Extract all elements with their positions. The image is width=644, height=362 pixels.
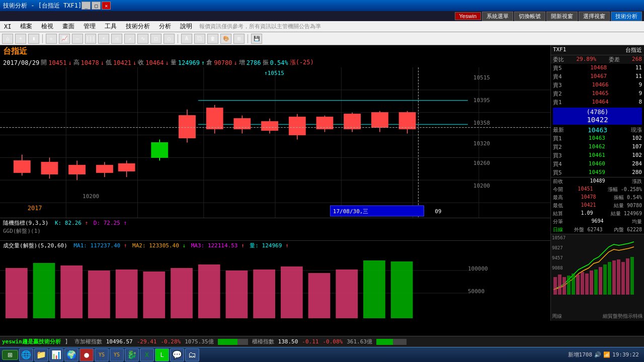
toolbar-indicator[interactable]: 📈: [59, 34, 70, 44]
toolbar-add[interactable]: +: [15, 34, 26, 44]
info-high: 10478: [81, 59, 99, 66]
taskbar-folder-icon[interactable]: 📁: [34, 348, 48, 361]
svg-rect-86: [590, 270, 593, 295]
vol-title: 成交量(解盤)(5,20,60): [3, 242, 67, 249]
menu-xi[interactable]: XI: [2, 22, 13, 31]
statusbar-item2-pct: -0.08%: [323, 338, 343, 345]
toolbar-cross[interactable]: ✛: [46, 34, 57, 44]
svg-rect-92: [617, 259, 620, 295]
statusbar: yeswin趨是贏技術分析 】 市加權指數 10496.57 -29.41 -0…: [0, 336, 644, 347]
stat-low: 最低 10421 結量 90780: [551, 202, 644, 210]
taskbar-ie-icon[interactable]: 🌐: [19, 348, 33, 361]
maximize-button[interactable]: □: [92, 2, 101, 10]
taskbar-ys1-icon[interactable]: YS: [95, 348, 109, 361]
taskbar-red-icon[interactable]: ●: [79, 348, 94, 361]
toolbar-home[interactable]: ⌂: [2, 34, 13, 44]
toolbar-line1[interactable]: —: [72, 34, 83, 44]
taskbar-dragon-icon[interactable]: 🐉: [125, 348, 139, 361]
svg-text:10358: 10358: [473, 120, 490, 126]
menu-manage[interactable]: 管理: [82, 21, 98, 32]
toolbar-grid[interactable]: ⊞: [233, 34, 245, 44]
menu-screen[interactable]: 畫面: [60, 21, 76, 32]
toolbar-save[interactable]: 💾: [251, 34, 262, 44]
nav-yeswin[interactable]: Yeswin: [455, 12, 481, 20]
svg-rect-91: [612, 260, 616, 295]
toolbar-zigzag[interactable]: ⚡: [98, 34, 109, 44]
svg-rect-40: [344, 114, 361, 129]
taskbar-excel-icon[interactable]: X: [140, 348, 154, 361]
toolbar-wave[interactable]: ∿: [137, 34, 148, 44]
volume-label-row: 成交量(解盤)(5,20,60) MA1: 117237.40 ↑ MA2: 1…: [0, 241, 550, 250]
menu-tools[interactable]: 工具: [103, 21, 119, 32]
ob-header: TXF1 台指近: [551, 45, 644, 55]
taskbar-ys2-icon[interactable]: YS: [110, 348, 124, 361]
svg-rect-30: [206, 108, 223, 129]
svg-rect-94: [626, 258, 629, 295]
toolbar-bar[interactable]: |||: [85, 34, 96, 44]
mini-chart: 10567 9827 9457 9088 周線 細貿盤勢指示特殊: [551, 234, 644, 321]
svg-rect-26: [151, 143, 168, 158]
svg-rect-78: [553, 277, 557, 295]
close-button[interactable]: ✕: [102, 2, 111, 10]
volume-area: 成交量(解盤)(5,20,60) MA1: 117237.40 ↑ MA2: 1…: [0, 240, 550, 321]
taskbar-chart-icon[interactable]: 📊: [49, 348, 63, 361]
toolbar-sep-2: [178, 34, 178, 43]
statusbar-item2-val: 138.50: [278, 338, 298, 345]
menu-view[interactable]: 檢視: [39, 21, 55, 32]
bid-row-4: 買4 10460 284: [551, 160, 644, 168]
main-chart-area[interactable]: 10515 10395 10358 10320 10260 10200 ↑105…: [0, 67, 550, 218]
nav-new-window[interactable]: 開新視窗: [546, 12, 578, 21]
svg-rect-28: [179, 116, 196, 138]
statusbar-progress-1: [218, 339, 248, 345]
info-change: 2786: [247, 59, 261, 66]
nav-system[interactable]: 系統選單: [482, 12, 513, 21]
ggd-label: GGD(解盤)(1): [3, 227, 547, 235]
toolbar-delete[interactable]: 🗑: [207, 34, 218, 44]
toolbar-circle[interactable]: ○: [164, 34, 175, 44]
taskbar-folder2-icon[interactable]: 🗂: [185, 348, 199, 361]
start-button[interactable]: ⊞: [2, 350, 18, 360]
svg-rect-83: [576, 275, 580, 295]
menu-file[interactable]: 檔案: [18, 21, 34, 32]
nav-switch[interactable]: 切換帳號: [514, 12, 545, 21]
svg-rect-88: [599, 267, 602, 295]
taskbar-msg-icon[interactable]: 💬: [170, 348, 184, 361]
svg-rect-73: [281, 266, 303, 318]
statusbar-brand: yeswin趨是贏技術分析: [2, 338, 61, 345]
main-content: 台指近 2017/08/29 開 10451 ↓ 高 10478 ↓ 低 104…: [0, 45, 644, 321]
menubar: XI 檔案 檢視 畫面 管理 工具 技術分析 分析 說明 報價資訊僅供參考，所有…: [0, 21, 644, 32]
vol-ma1-label: MA1:: [73, 242, 87, 249]
titlebar-controls: _ □ ✕: [82, 2, 111, 10]
stats-rows: 前收 10489 漲跌 今開 10451 漲幅 -0.258% 最高 10478…: [551, 177, 644, 234]
statusbar-item1-change: -29.41: [137, 338, 157, 345]
svg-rect-74: [308, 273, 331, 318]
vol-arrow: ↑: [285, 242, 289, 249]
svg-rect-22: [96, 165, 113, 172]
toolbar-text[interactable]: A: [181, 34, 192, 44]
minimize-button[interactable]: _: [82, 2, 91, 10]
toolbar-draw1[interactable]: ◁: [111, 34, 122, 44]
statusbar-item1-extra: 1075.35億: [185, 338, 213, 345]
menu-help[interactable]: 說明: [178, 21, 194, 32]
toolbar-color[interactable]: 🎨: [220, 34, 231, 44]
toolbar-candle[interactable]: ▮: [28, 34, 39, 44]
taskbar-browser-icon[interactable]: 🌍: [64, 348, 78, 361]
chart-title: 台指近: [0, 45, 550, 58]
nav-tech-analysis[interactable]: 技術分析: [611, 12, 642, 21]
menu-tech-analysis[interactable]: 技術分析: [124, 21, 152, 32]
nav-select-window[interactable]: 選擇視窗: [579, 12, 610, 21]
statusbar-item2-label: 櫃檯指數: [252, 338, 274, 345]
toolbar-copy[interactable]: ⿻: [194, 34, 205, 44]
taskbar: ⊞ 🌐 📁 📊 🌍 ● YS YS 🐉 X L 💬 🗂 新增1708 🔊 📶 1…: [0, 347, 644, 362]
ask-row-4: 賣4 10467 11: [551, 72, 644, 81]
svg-text:10320: 10320: [473, 140, 490, 147]
tray-volume-icon[interactable]: 🔊: [594, 351, 601, 358]
toolbar-rect[interactable]: □: [150, 34, 162, 44]
svg-rect-42: [371, 113, 388, 128]
svg-text:09: 09: [435, 208, 441, 215]
tray-network-icon[interactable]: 📶: [603, 351, 610, 358]
ob-weicha-label: 委差: [609, 56, 620, 63]
taskbar-line-icon[interactable]: L: [155, 348, 169, 361]
menu-analysis[interactable]: 分析: [157, 21, 173, 32]
toolbar-draw2[interactable]: ↗: [124, 34, 135, 44]
